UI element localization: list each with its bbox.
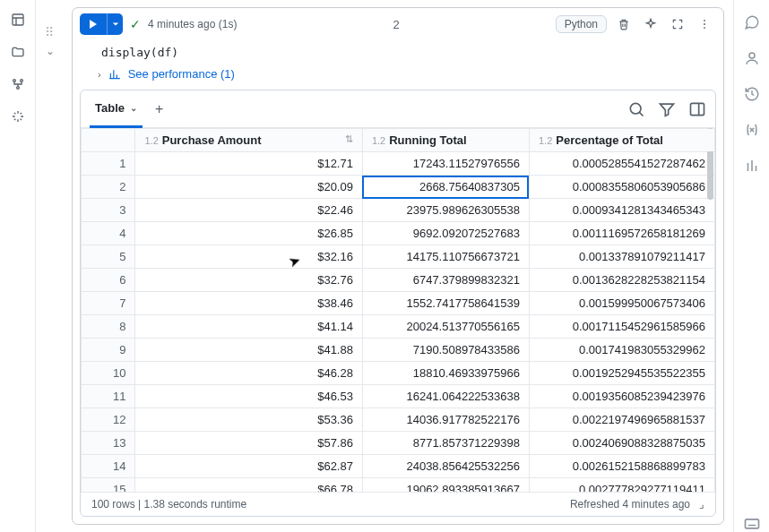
table-row[interactable]: 7$38.461552.74177586415390.0015999500675… — [82, 292, 715, 315]
cell-percentage[interactable]: 0.0019252945535522355 — [529, 362, 714, 385]
filter-icon[interactable] — [658, 100, 676, 118]
cell-purchase-amount[interactable]: $32.16 — [135, 245, 362, 269]
cell-running-total[interactable]: 16241.064222533638 — [362, 385, 529, 408]
cell-percentage[interactable]: 0.001337891079211417 — [529, 245, 714, 269]
cell-purchase-amount[interactable]: $12.71 — [135, 152, 362, 176]
cell-percentage[interactable]: 0.001741983055329962 — [529, 339, 714, 362]
sparkle-icon[interactable] — [11, 109, 25, 124]
toc-icon[interactable] — [11, 13, 25, 27]
cell-percentage[interactable]: 0.0013628228253821154 — [529, 269, 714, 292]
bars-icon[interactable] — [744, 158, 760, 174]
row-number[interactable]: 10 — [82, 362, 135, 385]
row-number[interactable]: 11 — [82, 385, 135, 408]
user-icon[interactable] — [744, 50, 760, 66]
cell-running-total[interactable]: 23975.989626305538 — [362, 199, 529, 222]
tab-table[interactable]: Table ⌄ — [90, 90, 143, 128]
cell-running-total[interactable]: 19062.893385913667 — [362, 478, 529, 493]
cell-purchase-amount[interactable]: $38.46 — [135, 292, 362, 315]
panel-toggle-icon[interactable] — [688, 100, 706, 118]
table-row[interactable]: 4$26.859692.0920725276830.00111695726581… — [82, 222, 715, 245]
row-number[interactable]: 7 — [82, 292, 135, 315]
col-header-percentage[interactable]: 1.2Percentage of Total — [529, 129, 714, 152]
cell-running-total[interactable]: 17243.11527976556 — [362, 152, 529, 176]
cell-percentage[interactable]: 0.0008355806053905686 — [529, 176, 714, 199]
run-button[interactable] — [80, 13, 123, 35]
row-number[interactable]: 6 — [82, 269, 135, 292]
table-row[interactable]: 1$12.7117243.115279765560.00052855415272… — [82, 152, 715, 176]
cell-percentage[interactable]: 0.001599950067573406 — [529, 292, 714, 315]
cell-purchase-amount[interactable]: $22.46 — [135, 199, 362, 222]
row-number[interactable]: 2 — [82, 176, 135, 199]
cell-running-total[interactable]: 2668.75640837305 — [362, 176, 529, 199]
add-tab-button[interactable]: + — [155, 101, 163, 117]
collapse-output-icon[interactable]: ⌟ — [699, 498, 704, 511]
drag-handle-icon[interactable]: ⠿ — [45, 25, 55, 39]
search-icon[interactable] — [627, 100, 645, 118]
table-row[interactable]: 10$46.2818810.469339759660.0019252945535… — [82, 362, 715, 385]
chevron-right-icon[interactable]: › — [98, 69, 101, 80]
col-header-running-total[interactable]: 1.2Running Total — [362, 129, 529, 152]
cell-running-total[interactable]: 20024.513770556165 — [362, 315, 529, 339]
cell-purchase-amount[interactable]: $53.36 — [135, 408, 362, 432]
cell-running-total[interactable]: 24038.856425532256 — [362, 455, 529, 478]
cell-running-total[interactable]: 7190.508978433586 — [362, 339, 529, 362]
cell-running-total[interactable]: 8771.857371229398 — [362, 432, 529, 455]
table-row[interactable]: 14$62.8724038.8564255322560.002615215886… — [82, 455, 715, 478]
sort-icon[interactable]: ⇅ — [345, 133, 353, 145]
cell-purchase-amount[interactable]: $46.53 — [135, 385, 362, 408]
see-performance-link[interactable]: See performance (1) — [128, 67, 235, 81]
rownum-header[interactable] — [82, 129, 135, 152]
cell-percentage[interactable]: 0.0009341281343465343 — [529, 199, 714, 222]
cell-running-total[interactable]: 9692.092072527683 — [362, 222, 529, 245]
folder-icon[interactable] — [11, 45, 25, 59]
cell-percentage[interactable]: 0.0024069088328875035 — [529, 432, 714, 455]
schema-icon[interactable] — [11, 77, 25, 91]
table-row[interactable]: 8$41.1420024.5137705561650.0017115452961… — [82, 315, 715, 339]
kebab-menu-icon[interactable] — [695, 14, 714, 34]
cell-running-total[interactable]: 14036.917782522176 — [362, 408, 529, 432]
cell-percentage[interactable]: 0.0017115452961585966 — [529, 315, 714, 339]
cell-percentage[interactable]: 0.002777829277119411 — [529, 478, 714, 493]
cell-running-total[interactable]: 18810.46933975966 — [362, 362, 529, 385]
cell-purchase-amount[interactable]: $20.09 — [135, 176, 362, 199]
collapse-chevron-icon[interactable]: ⌄ — [46, 45, 55, 57]
table-row[interactable]: 5$32.1614175.1107566737210.0013378910792… — [82, 245, 715, 269]
variables-icon[interactable] — [744, 122, 760, 138]
cell-running-total[interactable]: 1552.7417758641539 — [362, 292, 529, 315]
history-icon[interactable] — [744, 86, 760, 102]
cell-purchase-amount[interactable]: $62.87 — [135, 455, 362, 478]
cell-percentage[interactable]: 0.0011169572658181269 — [529, 222, 714, 245]
table-row[interactable]: 2$20.092668.756408373050.000835580605390… — [82, 176, 715, 199]
cell-purchase-amount[interactable]: $26.85 — [135, 222, 362, 245]
data-grid[interactable]: 1.2Purchase Amount ⇅ 1.2Running Total 1.… — [81, 128, 715, 492]
row-number[interactable]: 14 — [82, 455, 135, 478]
cell-percentage[interactable]: 0.0022197496965881537 — [529, 408, 714, 432]
run-dropdown[interactable] — [107, 13, 123, 35]
row-number[interactable]: 1 — [82, 152, 135, 176]
cell-purchase-amount[interactable]: $32.76 — [135, 269, 362, 292]
cell-purchase-amount[interactable]: $57.86 — [135, 432, 362, 455]
table-row[interactable]: 6$32.766747.3798998323210.00136282282538… — [82, 269, 715, 292]
col-header-purchase-amount[interactable]: 1.2Purchase Amount ⇅ — [135, 129, 362, 152]
keyboard-shortcut-icon[interactable] — [743, 514, 761, 532]
table-row[interactable]: 13$57.868771.8573712293980.0024069088328… — [82, 432, 715, 455]
fullscreen-icon[interactable] — [668, 14, 687, 34]
row-number[interactable]: 5 — [82, 245, 135, 269]
sparkle-action-icon[interactable] — [641, 14, 661, 34]
chevron-down-icon[interactable]: ⌄ — [130, 103, 137, 113]
row-number[interactable]: 13 — [82, 432, 135, 455]
delete-cell-button[interactable] — [614, 14, 634, 34]
table-row[interactable]: 3$22.4623975.9896263055380.0009341281343… — [82, 199, 715, 222]
cell-purchase-amount[interactable]: $66.78 — [135, 478, 362, 493]
row-number[interactable]: 9 — [82, 339, 135, 362]
table-row[interactable]: 9$41.887190.5089784335860.00174198305532… — [82, 339, 715, 362]
cell-running-total[interactable]: 14175.110756673721 — [362, 245, 529, 269]
table-row[interactable]: 11$46.5316241.0642225336380.001935608523… — [82, 385, 715, 408]
cell-purchase-amount[interactable]: $41.88 — [135, 339, 362, 362]
row-number[interactable]: 12 — [82, 408, 135, 432]
code-editor[interactable]: display(df) — [73, 40, 723, 65]
table-row[interactable]: 12$53.3614036.9177825221760.002219749696… — [82, 408, 715, 432]
cell-percentage[interactable]: 0.0019356085239423976 — [529, 385, 714, 408]
row-number[interactable]: 3 — [82, 199, 135, 222]
cell-percentage[interactable]: 0.0026152158868899783 — [529, 455, 714, 478]
